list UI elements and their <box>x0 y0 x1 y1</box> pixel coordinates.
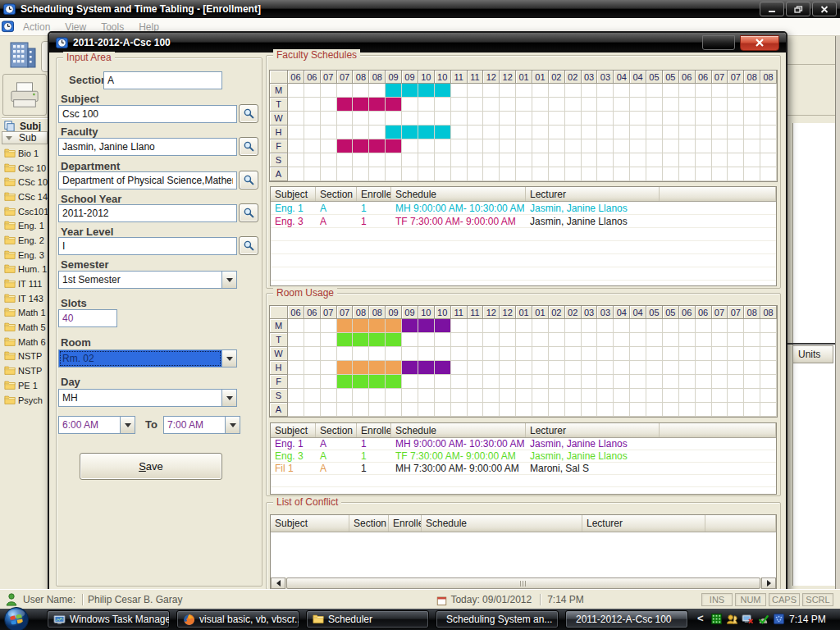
room-combo[interactable]: Rm. 02 <box>58 349 237 368</box>
grid-cell[interactable] <box>549 361 565 375</box>
grid-cell[interactable] <box>760 347 777 361</box>
grid-cell[interactable] <box>744 389 760 403</box>
grid-cell[interactable] <box>483 389 500 403</box>
subject-list-item[interactable]: Eng. 1 <box>2 218 48 233</box>
grid-cell[interactable] <box>663 139 679 153</box>
table-row[interactable]: Eng. 1A1MH 9:00:00 AM- 10:30:00 AMJasmin… <box>271 438 776 450</box>
grid-cell[interactable] <box>353 112 369 126</box>
grid-cell[interactable] <box>582 153 598 167</box>
grid-cell[interactable] <box>369 375 386 389</box>
blue-app-tray-icon[interactable] <box>773 613 786 626</box>
column-header[interactable]: Enrolled <box>357 187 391 201</box>
grid-cell[interactable] <box>614 126 630 139</box>
subject-list-item[interactable]: IT 111 <box>2 276 48 291</box>
grid-cell[interactable] <box>549 139 565 153</box>
grid-cell[interactable] <box>418 389 435 403</box>
grid-cell[interactable] <box>304 403 321 417</box>
grid-cell[interactable] <box>402 153 418 167</box>
grid-cell[interactable] <box>760 361 777 375</box>
grid-cell[interactable] <box>712 167 728 181</box>
grid-cell[interactable] <box>679 319 696 333</box>
grid-cell[interactable] <box>549 112 565 126</box>
grid-cell[interactable] <box>565 153 582 167</box>
faculty-schedule-table[interactable]: SubjectSectionEnrolledScheduleLecturerEn… <box>270 186 777 286</box>
grid-cell[interactable] <box>353 319 369 333</box>
grid-cell[interactable] <box>451 319 468 333</box>
grid-cell[interactable] <box>582 333 598 347</box>
grid-cell[interactable] <box>565 333 582 347</box>
grid-cell[interactable] <box>451 375 468 389</box>
grid-cell[interactable] <box>516 319 532 333</box>
grid-cell[interactable] <box>696 333 712 347</box>
grid-cell[interactable] <box>744 98 760 112</box>
grid-cell[interactable] <box>663 333 679 347</box>
grid-cell[interactable] <box>696 139 712 153</box>
print-toolbar-button[interactable] <box>2 74 47 116</box>
room-usage-grid[interactable]: 0606070708080909101011111212010102020303… <box>269 305 778 418</box>
grid-cell[interactable] <box>451 167 468 181</box>
grid-cell[interactable] <box>304 126 321 139</box>
grid-cell[interactable] <box>549 333 565 347</box>
column-header[interactable]: Subject <box>271 187 316 201</box>
grid-cell[interactable] <box>483 153 500 167</box>
grid-cell[interactable] <box>516 167 532 181</box>
grid-cell[interactable] <box>597 167 614 181</box>
grid-cell[interactable] <box>304 153 321 167</box>
grid-cell[interactable] <box>483 361 500 375</box>
grid-cell[interactable] <box>760 389 777 403</box>
grid-cell[interactable] <box>679 153 696 167</box>
subject-list-item[interactable]: Eng. 3 <box>2 248 48 262</box>
grid-cell[interactable] <box>712 98 728 112</box>
grid-cell[interactable] <box>304 347 321 361</box>
grid-cell[interactable] <box>614 347 630 361</box>
grid-cell[interactable] <box>304 167 321 181</box>
grid-cell[interactable] <box>549 153 565 167</box>
semester-combo[interactable]: 1st Semester <box>58 271 237 289</box>
grid-cell[interactable] <box>402 319 418 333</box>
grid-cell[interactable] <box>744 153 760 167</box>
grid-cell[interactable] <box>386 84 402 98</box>
grid-cell[interactable] <box>483 403 500 417</box>
grid-cell[interactable] <box>402 389 418 403</box>
grid-cell[interactable] <box>597 98 614 112</box>
grid-cell[interactable] <box>614 139 630 153</box>
grid-cell[interactable] <box>337 403 354 417</box>
grid-cell[interactable] <box>597 347 614 361</box>
grid-cell[interactable] <box>353 98 369 112</box>
grid-cell[interactable] <box>696 112 712 126</box>
subject-list-item[interactable]: PE 1 <box>2 378 48 393</box>
scroll-left-button[interactable] <box>271 578 285 589</box>
grid-cell[interactable] <box>435 361 451 375</box>
grid-cell[interactable] <box>663 375 679 389</box>
grid-cell[interactable] <box>646 167 663 181</box>
column-header[interactable]: Schedule <box>422 515 582 532</box>
grid-cell[interactable] <box>369 167 386 181</box>
year-level-input[interactable] <box>58 237 237 255</box>
grid-cell[interactable] <box>418 375 435 389</box>
grid-cell[interactable] <box>500 403 516 417</box>
grid-cell[interactable] <box>728 389 744 403</box>
grid-cell[interactable] <box>468 126 484 139</box>
grid-cell[interactable] <box>468 98 484 112</box>
grid-cell[interactable] <box>663 126 679 139</box>
grid-cell[interactable] <box>435 347 451 361</box>
subject-list-item[interactable]: Math 1 <box>2 306 48 321</box>
grid-cell[interactable] <box>597 153 614 167</box>
grid-cell[interactable] <box>337 126 354 139</box>
grid-cell[interactable] <box>386 153 402 167</box>
grid-cell[interactable] <box>646 403 663 417</box>
grid-cell[interactable] <box>565 375 582 389</box>
grid-cell[interactable] <box>614 375 630 389</box>
column-header[interactable]: Section <box>316 423 357 437</box>
grid-cell[interactable] <box>597 126 614 139</box>
grid-cell[interactable] <box>468 403 484 417</box>
grid-cell[interactable] <box>468 139 484 153</box>
grid-cell[interactable] <box>369 139 386 153</box>
grid-cell[interactable] <box>630 84 646 98</box>
grid-cell[interactable] <box>646 347 663 361</box>
grid-cell[interactable] <box>549 98 565 112</box>
grid-cell[interactable] <box>516 389 532 403</box>
grid-cell[interactable] <box>435 375 451 389</box>
column-header[interactable]: Subject <box>271 423 316 437</box>
grid-cell[interactable] <box>532 126 549 139</box>
